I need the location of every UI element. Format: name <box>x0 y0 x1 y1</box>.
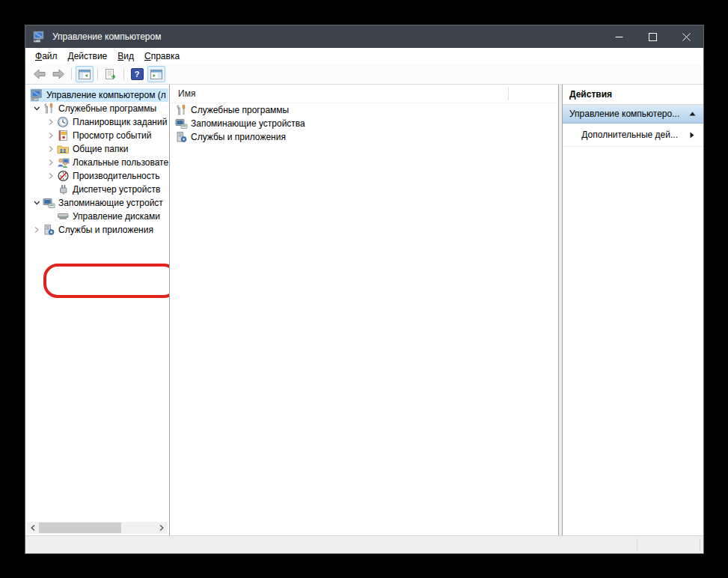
more-actions-label: Дополнительные дей... <box>581 130 678 140</box>
close-button[interactable] <box>670 25 703 48</box>
tree-item-label: Просмотр событий <box>73 130 151 141</box>
toolbar-separator <box>97 68 98 80</box>
collapse-arrow-icon[interactable] <box>689 112 696 116</box>
chevron-collapsed-icon[interactable] <box>46 118 56 126</box>
tree-item-device-manager[interactable]: Диспетчер устройств <box>25 183 169 196</box>
export-list-button[interactable] <box>102 66 120 82</box>
export-list-icon <box>105 69 117 80</box>
tree-item-event-viewer[interactable]: Просмотр событий <box>25 129 169 142</box>
scroll-left-arrow-icon[interactable] <box>27 522 39 534</box>
storage-icon <box>43 197 55 209</box>
list-item-system-tools[interactable]: Служебные программы <box>170 103 558 117</box>
console-tree: Управление компьютером (л <box>25 85 169 237</box>
list-column-header[interactable]: Имя <box>170 85 558 103</box>
desktop-background: Управление компьютером Файл Действие Вид… <box>0 0 728 578</box>
status-bar-divider <box>700 538 700 551</box>
actions-pane: Действия Управление компьютеро... Дополн… <box>562 85 703 535</box>
services-icon <box>175 131 188 143</box>
toolbar-separator <box>123 68 124 80</box>
tree-item-task-scheduler[interactable]: Планировщик заданий <box>25 115 169 129</box>
menu-view[interactable]: Вид <box>112 49 139 63</box>
title-bar: Управление компьютером <box>25 25 703 48</box>
minimize-button[interactable] <box>602 25 636 48</box>
list-item-label: Запоминающие устройства <box>191 118 305 129</box>
tree-item-local-users-groups[interactable]: Локальные пользовате <box>25 156 169 169</box>
tools-icon <box>43 103 55 115</box>
submenu-arrow-icon <box>690 132 694 139</box>
tree-item-label: Службы и приложения <box>58 225 153 235</box>
actions-section-title: Управление компьютеро... <box>569 109 689 119</box>
chevron-expanded-icon[interactable] <box>31 105 42 112</box>
toolbar: ? <box>25 64 703 85</box>
column-divider[interactable] <box>508 87 509 100</box>
help-icon: ? <box>131 68 144 80</box>
show-console-tree-button[interactable] <box>76 66 94 82</box>
scheduler-icon <box>57 116 70 128</box>
tree-item-label: Общие папки <box>73 144 128 154</box>
main-area: Управление компьютером (л <box>25 85 703 535</box>
help-button[interactable]: ? <box>128 66 146 82</box>
back-arrow-icon <box>33 69 46 79</box>
menu-help[interactable]: Справка <box>139 49 185 63</box>
chevron-collapsed-icon[interactable] <box>46 132 56 139</box>
forward-arrow-icon <box>52 69 65 79</box>
menu-file[interactable]: Файл <box>30 49 63 63</box>
tree-item-services-applications[interactable]: Службы и приложения <box>25 223 169 237</box>
services-icon <box>43 224 55 236</box>
storage-icon <box>175 118 188 130</box>
scrollbar-track[interactable] <box>39 522 156 534</box>
chevron-collapsed-icon[interactable] <box>31 226 42 234</box>
action-pane-icon <box>150 70 162 79</box>
menu-action[interactable]: Действие <box>63 49 113 63</box>
tree-item-label: Диспетчер устройств <box>73 184 160 195</box>
shared-folders-icon <box>57 143 70 155</box>
menu-bar: Файл Действие Вид Справка <box>25 48 703 64</box>
list-view-panel: Имя Служебные программы <box>170 85 559 535</box>
show-action-pane-button[interactable] <box>147 66 165 82</box>
horizontal-scrollbar[interactable] <box>27 522 168 534</box>
tree-item-performance[interactable]: Производительность <box>25 169 169 183</box>
list-item-services-applications[interactable]: Службы и приложения <box>170 130 558 144</box>
tree-item-system-tools[interactable]: Служебные программы <box>25 102 169 115</box>
users-icon <box>57 156 70 168</box>
maximize-button[interactable] <box>636 25 670 48</box>
toolbar-separator <box>71 68 72 80</box>
chevron-expanded-icon[interactable] <box>31 199 42 207</box>
list-item-label: Службы и приложения <box>191 132 286 142</box>
back-button[interactable] <box>30 66 48 82</box>
status-bar-divider <box>637 538 637 551</box>
computer-icon <box>33 31 46 43</box>
list-item-storage[interactable]: Запоминающие устройства <box>170 117 558 130</box>
chevron-collapsed-icon[interactable] <box>46 172 56 180</box>
tree-item-label: Производительность <box>73 171 159 181</box>
column-header-name[interactable]: Имя <box>170 88 195 99</box>
forward-button[interactable] <box>49 66 67 82</box>
computer-management-window: Управление компьютером Файл Действие Вид… <box>25 25 704 554</box>
device-manager-icon <box>57 183 70 195</box>
console-tree-icon <box>79 70 91 79</box>
list-item-label: Служебные программы <box>191 105 289 115</box>
performance-icon <box>57 170 70 182</box>
tree-item-label: Планировщик заданий <box>73 117 167 127</box>
status-bar <box>25 535 703 553</box>
computer-icon <box>31 89 43 101</box>
more-actions-item[interactable]: Дополнительные дей... <box>563 124 703 147</box>
scroll-right-arrow-icon[interactable] <box>156 522 168 534</box>
tree-item-computer-management-root[interactable]: Управление компьютером (л <box>25 88 169 102</box>
disk-icon <box>57 210 70 222</box>
actions-section-header[interactable]: Управление компьютеро... <box>563 105 703 124</box>
scrollbar-thumb[interactable] <box>39 523 121 533</box>
tree-item-label: Управление компьютером (л <box>46 90 166 100</box>
tree-item-storage[interactable]: Запоминающие устройст <box>25 196 169 210</box>
tools-icon <box>175 104 188 116</box>
tree-item-label: Запоминающие устройст <box>58 198 163 208</box>
tree-item-label: Управление дисками <box>73 211 160 222</box>
chevron-collapsed-icon[interactable] <box>46 159 56 166</box>
window-title: Управление компьютером <box>52 31 602 42</box>
tree-item-shared-folders[interactable]: Общие папки <box>25 142 169 156</box>
chevron-collapsed-icon[interactable] <box>46 145 56 153</box>
event-viewer-icon <box>57 130 70 142</box>
tree-item-disk-management[interactable]: Управление дисками <box>25 210 169 223</box>
tree-item-label: Локальные пользовате <box>73 157 168 168</box>
console-tree-panel: Управление компьютером (л <box>25 85 170 535</box>
